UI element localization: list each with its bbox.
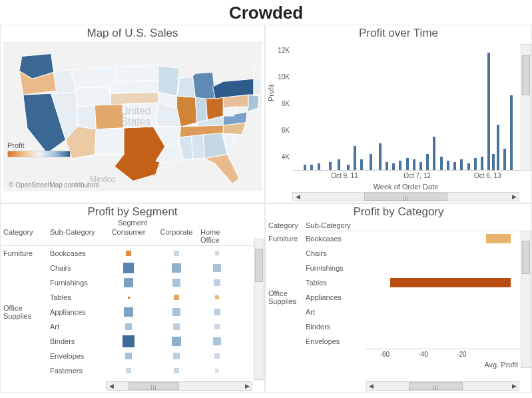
segment-scrollbar-horizontal[interactable]: ◀ ||| ▶ [106,381,252,391]
table-row[interactable]: Art [1,319,264,334]
segment-cell[interactable] [105,335,152,347]
table-row[interactable]: Art [266,305,531,319]
table-row[interactable]: Envelopes [1,349,264,363]
segment-cell[interactable] [105,297,152,299]
category-bar[interactable] [486,234,511,243]
time-scrollbar-vertical[interactable] [521,44,531,171]
table-row[interactable]: Fasteners [1,363,264,378]
scrollbar-thumb[interactable] [522,55,530,95]
segment-cell[interactable] [152,263,200,273]
segment-cell[interactable] [200,309,234,315]
segment-cell[interactable] [200,369,234,373]
state-ut[interactable] [77,105,96,129]
segment-cell[interactable] [105,278,152,287]
segment-col-category[interactable]: Category [1,228,50,244]
scroll-left-icon[interactable]: ◀ [107,382,116,390]
time-bar[interactable] [474,158,477,170]
table-row[interactable]: Tables [266,275,531,290]
state-al[interactable] [192,135,205,159]
scrollbar-track[interactable]: ||| [116,382,242,390]
category-bar-area[interactable] [366,246,531,261]
time-bar[interactable] [487,53,490,170]
category-bar-area[interactable] [366,319,531,334]
scroll-right-icon[interactable]: ▶ [509,382,519,390]
scroll-right-icon[interactable]: ▶ [242,382,252,390]
time-bar[interactable] [460,159,463,170]
state-mi[interactable] [193,72,216,100]
state-wi[interactable] [177,76,196,97]
segment-col-subcategory[interactable]: Sub-Category [50,228,105,244]
state-mn[interactable] [158,65,180,96]
time-bar[interactable] [310,165,313,170]
segment-cell[interactable] [200,251,234,255]
segment-cell[interactable] [152,251,200,256]
time-bar[interactable] [370,154,372,170]
time-bar[interactable] [481,157,483,170]
time-bar[interactable] [338,159,340,170]
time-bar[interactable] [467,163,470,170]
segment-cell[interactable] [105,263,152,273]
table-row[interactable]: Binders [1,334,264,349]
table-row[interactable]: Office SuppliesAppliances [1,305,264,319]
category-bar-area[interactable] [366,231,531,246]
time-bar[interactable] [379,143,382,170]
time-bar[interactable] [426,154,429,170]
state-nm[interactable] [95,128,124,155]
time-bar[interactable] [392,163,395,170]
segment-cell[interactable] [200,324,234,329]
scrollbar-thumb[interactable] [255,249,263,282]
time-bar[interactable] [354,146,356,170]
category-scrollbar-vertical[interactable] [521,231,531,368]
segment-cell[interactable] [152,368,200,373]
table-row[interactable]: FurnitureBookcases [1,246,264,261]
state-il[interactable] [177,96,197,127]
category-bar-area[interactable] [366,275,531,290]
time-bar[interactable] [453,162,456,170]
category-col-category[interactable]: Category [266,221,306,229]
category-bar-area[interactable] [366,261,531,275]
time-bar[interactable] [304,165,306,170]
scroll-left-icon[interactable]: ◀ [293,193,302,201]
state-me[interactable] [254,64,262,79]
time-scrollbar-horizontal[interactable]: ◀ ||| ▶ [292,192,519,201]
segment-col-consumer[interactable]: Consumer [105,228,152,244]
table-row[interactable]: Chairs [266,246,531,261]
time-bar[interactable] [360,159,363,170]
time-bar[interactable] [347,165,350,170]
state-in[interactable] [196,97,208,123]
time-bar[interactable] [419,162,422,170]
scrollbar-thumb[interactable]: ||| [129,382,179,390]
state-wy[interactable] [76,87,111,107]
time-bar[interactable] [503,149,506,170]
segment-cell[interactable] [105,251,152,256]
scrollbar-track[interactable]: ||| [376,382,509,390]
table-row[interactable]: FurnitureBookcases [266,231,531,246]
time-bar[interactable] [447,161,449,170]
segment-cell[interactable] [200,353,234,359]
state-co[interactable] [95,104,124,129]
state-nd[interactable] [116,65,158,81]
time-bar[interactable] [440,157,443,170]
segment-cell[interactable] [200,295,234,299]
segment-cell[interactable] [152,353,200,359]
time-bar[interactable] [510,95,513,170]
scroll-left-icon[interactable]: ◀ [366,382,376,390]
category-bar-area[interactable] [366,305,531,319]
table-row[interactable]: Chairs [1,261,264,275]
segment-cell[interactable] [152,295,200,300]
segment-scrollbar-vertical[interactable] [254,239,264,380]
segment-cell[interactable] [105,307,152,317]
time-chart[interactable] [292,44,519,171]
table-row[interactable]: Envelopes [266,334,531,349]
state-new-england[interactable] [254,79,262,95]
time-bar[interactable] [386,162,388,170]
segment-cell[interactable] [105,353,152,359]
category-col-subcategory[interactable]: Sub-Category [306,221,366,229]
time-bar[interactable] [399,161,401,170]
time-bar[interactable] [492,154,495,170]
table-row[interactable]: Tables [1,290,264,305]
category-bar[interactable] [390,278,511,287]
table-row[interactable]: Furnishings [266,261,531,275]
scrollbar-thumb[interactable]: ||| [364,193,447,201]
table-row[interactable]: Furnishings [1,275,264,290]
